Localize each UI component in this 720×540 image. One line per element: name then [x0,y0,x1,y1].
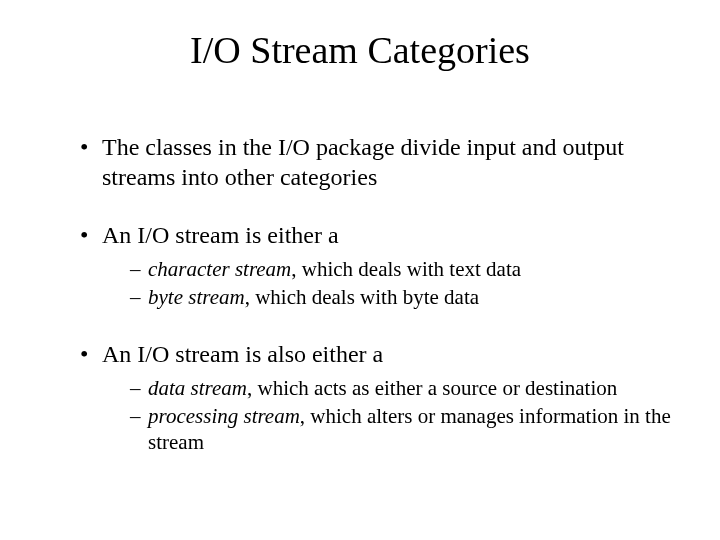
bullet-2-sublist: character stream, which deals with text … [102,256,700,311]
bullet-list: The classes in the I/O package divide in… [20,132,700,455]
slide-title: I/O Stream Categories [20,28,700,72]
bullet-2-sub-2-rest: , which deals with byte data [245,285,479,309]
bullet-2-sub-2-em: byte stream [148,285,245,309]
slide: I/O Stream Categories The classes in the… [0,0,720,540]
bullet-2-sub-1-em: character stream [148,257,291,281]
bullet-3-sub-2: processing stream, which alters or manag… [130,403,700,456]
bullet-3: An I/O stream is also either a data stre… [80,339,700,456]
bullet-2-sub-1-rest: , which deals with text data [291,257,521,281]
bullet-3-sub-2-em: processing stream [148,404,300,428]
bullet-2-text: An I/O stream is either a [102,222,339,248]
bullet-3-sub-1-rest: , which acts as either a source or desti… [247,376,617,400]
bullet-3-sub-1-em: data stream [148,376,247,400]
bullet-1-text: The classes in the I/O package divide in… [102,134,624,190]
bullet-2-sub-1: character stream, which deals with text … [130,256,700,282]
bullet-2-sub-2: byte stream, which deals with byte data [130,284,700,310]
bullet-3-sublist: data stream, which acts as either a sour… [102,375,700,456]
bullet-1: The classes in the I/O package divide in… [80,132,700,192]
bullet-2: An I/O stream is either a character stre… [80,220,700,311]
bullet-3-text: An I/O stream is also either a [102,341,383,367]
bullet-3-sub-1: data stream, which acts as either a sour… [130,375,700,401]
